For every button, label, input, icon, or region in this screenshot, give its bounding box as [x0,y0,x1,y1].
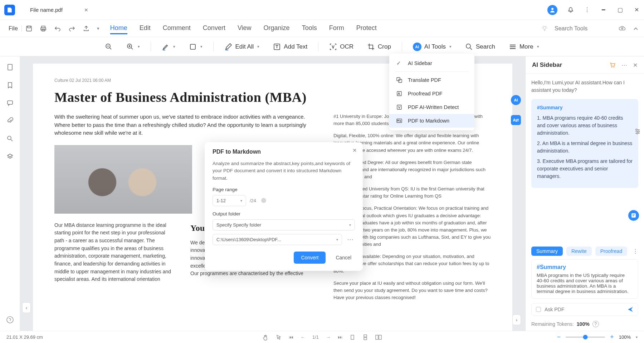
tab-close-icon[interactable]: ✕ [84,7,88,13]
close-sidebar-icon[interactable]: ✕ [633,62,638,69]
tab-home[interactable]: Home [110,23,127,34]
save-icon[interactable] [25,25,33,32]
dd-ai-written-detect[interactable]: PDF AI-Written Detect [389,100,474,114]
tab-form[interactable]: Form [329,23,344,34]
file-menu[interactable]: File [5,25,22,32]
notification-icon[interactable] [567,7,574,13]
chip-rewrite[interactable]: Rewite [566,247,592,256]
send-icon[interactable] [627,306,634,313]
convert-button[interactable]: Convert [294,252,326,264]
hand-tool-icon[interactable] [262,334,269,340]
two-page-icon[interactable] [375,334,382,340]
ask-checkbox[interactable] [536,307,541,312]
maximize-icon[interactable]: ▢ [617,7,623,13]
document-tab[interactable]: File name.pdf ✕ [23,4,96,16]
translate-float-icon[interactable]: A⇄ [511,115,521,125]
tab-view[interactable]: View [238,23,252,34]
output-path-select[interactable]: C:\Users\13609\Desktop\PDF...▾ [213,234,342,245]
dd-ai-sidebar[interactable]: ✓AI Sidebar [389,56,474,70]
ai-tools-button[interactable]: AIAI Tools▾ [410,41,454,53]
zoom-in-status-icon[interactable]: + [610,333,614,341]
tab-edit[interactable]: Edit [140,23,151,34]
page-indicator[interactable]: 1/1 [312,334,319,340]
page-chat-icon[interactable] [628,210,639,221]
tokens-help-icon[interactable]: ? [592,321,599,327]
single-page-icon[interactable] [350,334,355,340]
svg-rect-1 [26,26,31,31]
shape-button[interactable]: ▾ [186,41,205,52]
quickaccess-dropdown-icon[interactable]: ▾ [97,26,99,31]
collapse-left-icon[interactable]: ‹ [22,302,31,313]
help-icon[interactable] [6,316,14,324]
ask-pdf-input[interactable] [545,307,624,312]
page-range-select[interactable]: 1-12▾ [213,195,246,206]
modal-close-icon[interactable]: ✕ [352,147,357,154]
svg-rect-12 [8,64,12,70]
more-options-icon[interactable]: ⋯ [621,62,627,69]
zoom-out-status-icon[interactable]: − [557,333,561,341]
search-tools-input[interactable] [555,25,612,32]
kebab-menu-icon[interactable]: ⋮ [584,7,590,13]
add-text-button[interactable]: Add Text [270,41,310,52]
select-tool-icon[interactable] [276,334,282,340]
zoom-slider[interactable] [566,337,605,338]
range-toggle[interactable] [261,198,266,203]
output-folder-select[interactable]: Specify Specify folder▾ [213,219,355,230]
undo-icon[interactable] [54,25,61,32]
dd-proofread-pdf[interactable]: Proofread PDF [389,87,474,100]
cancel-button[interactable]: Cancel [332,252,355,264]
last-page-icon[interactable]: ⏭ [338,334,342,340]
redo-icon[interactable] [68,25,75,32]
next-page-icon[interactable]: → [326,334,331,340]
thumbnails-icon[interactable] [6,64,14,71]
user-avatar[interactable] [547,5,557,15]
zoom-out-button[interactable] [102,41,116,52]
search-panel-icon[interactable] [6,135,14,142]
chip-menu-icon[interactable]: ⋮ [633,248,638,255]
zoom-value[interactable]: 100% [619,334,631,340]
tab-organize[interactable]: Organize [264,23,290,34]
print-icon[interactable] [40,25,47,32]
sliders-icon[interactable] [634,128,641,135]
cloud-upload-icon[interactable] [618,25,626,33]
collapse-panel-icon[interactable] [633,25,639,32]
divider [213,42,214,51]
ocr-button[interactable]: OCR [326,41,356,52]
share-icon[interactable] [83,25,90,32]
chip-summary[interactable]: Summary [531,247,563,256]
layers-icon[interactable] [6,153,14,160]
zoom-thumb[interactable] [583,335,588,339]
search-button[interactable]: Search [462,41,498,52]
highlight-button[interactable]: ▾ [159,41,178,52]
page-dimensions: 21.01 X 29.69 cm [6,334,43,340]
dd-translate-pdf[interactable]: Translate PDF [389,73,474,87]
comments-icon[interactable] [6,99,14,106]
prev-page-icon[interactable]: ← [301,334,305,340]
zoom-in-button[interactable]: ▾ [123,41,143,52]
minimize-icon[interactable]: ━ [600,7,607,13]
lightbulb-icon[interactable] [541,25,548,32]
bookmarks-icon[interactable] [6,81,14,89]
cart-icon[interactable] [609,62,616,69]
edit-all-button[interactable]: Edit All▾ [221,41,262,52]
new-tab-dropdown[interactable] [99,6,106,14]
crop-button[interactable]: Crop [364,41,394,52]
collapse-right-icon[interactable]: › [512,314,521,325]
dd-pdf-to-markdown[interactable]: PDF to Markdown [389,114,474,128]
ai-float-icon[interactable]: AI [511,95,521,105]
tab-convert[interactable]: Convert [203,23,225,34]
tab-protect[interactable]: Protect [356,23,377,34]
chip-proofread[interactable]: Proofread [595,247,627,256]
zoom-dropdown-icon[interactable]: ▾ [636,335,638,339]
continuous-page-icon[interactable] [362,334,368,340]
browse-button[interactable]: ⋯ [346,235,355,243]
close-window-icon[interactable]: ✕ [633,7,640,13]
app-logo[interactable] [4,5,15,15]
sidebar-title: AI Sidebar [532,61,562,69]
first-page-icon[interactable]: ⏮ [289,334,293,340]
ai-greeting: Hello,I'm Lumi,your AI assistant.How can… [531,79,638,94]
attachments-icon[interactable] [6,117,14,124]
tab-tools[interactable]: Tools [302,23,317,34]
more-button[interactable]: More▾ [506,41,542,52]
tab-comment[interactable]: Comment [163,23,191,34]
